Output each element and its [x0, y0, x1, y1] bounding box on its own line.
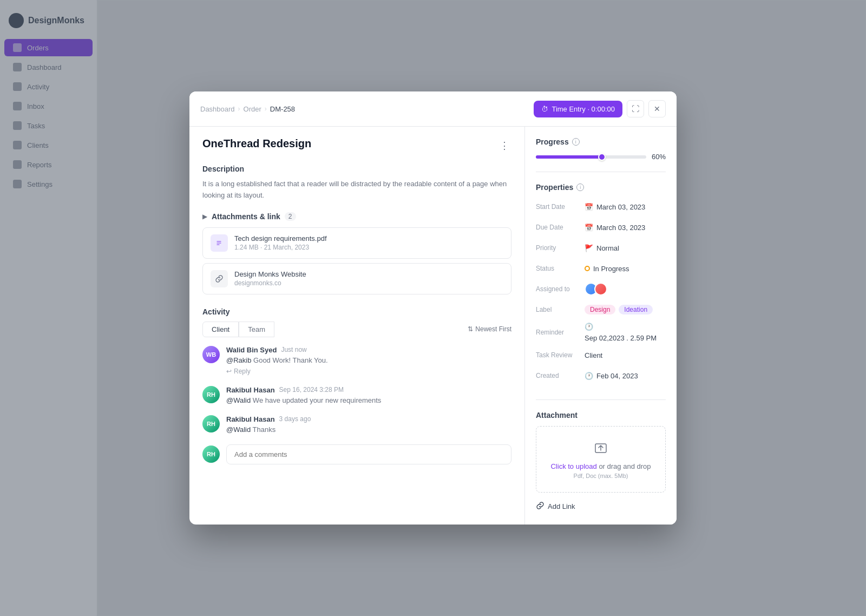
- add-link-button[interactable]: Add Link: [536, 499, 575, 514]
- assigned-to-label: Assigned to: [536, 285, 585, 293]
- avatar-rakibul-2: RH: [202, 415, 220, 432]
- progress-header: Progress i: [536, 137, 666, 146]
- reminder-text: Sep 02,2023 . 2.59 PM: [585, 334, 657, 342]
- task-review-text: Client: [585, 351, 602, 359]
- link-attachment-info: Design Monks Website designmonks.co: [234, 270, 306, 287]
- calendar-icon-start: 📅: [585, 203, 593, 211]
- time-entry-label: Time Entry · 0:00:00: [552, 105, 615, 113]
- property-assigned-to: Assigned to: [536, 281, 666, 297]
- description-label: Description: [202, 165, 511, 173]
- comment-author-3: Rakibul Hasan: [226, 415, 275, 423]
- progress-section: Progress i 60%: [536, 137, 666, 172]
- properties-section: Properties i Start Date 📅 March 03, 2023: [536, 183, 666, 400]
- attachments-count: 2: [285, 212, 296, 221]
- assigned-to-value[interactable]: [585, 283, 607, 296]
- avatar-stack: [585, 283, 607, 296]
- property-reminder: Reminder 🕐 Sep 02,2023 . 2.59 PM: [536, 323, 666, 342]
- comment-input[interactable]: [226, 444, 511, 464]
- left-panel: OneThread Redesign ⋮ Description It is a…: [189, 127, 525, 525]
- properties-title: Properties: [536, 183, 573, 192]
- comment-row-2: RH Rakibul Hasan Sep 16, 2024 3:28 PM @W…: [202, 386, 511, 404]
- more-options-button[interactable]: ⋮: [497, 137, 511, 154]
- add-comment-row: RH: [202, 444, 511, 464]
- sort-label: Newest First: [475, 325, 511, 333]
- properties-info-icon: i: [576, 184, 584, 191]
- file-attachment-info: Tech design requirements.pdf 1.24 MB · 2…: [234, 234, 327, 251]
- due-date-text: March 03, 2023: [596, 224, 645, 232]
- expand-button[interactable]: ⛶: [627, 100, 644, 117]
- status-value[interactable]: In Progress: [585, 265, 629, 273]
- created-text: Feb 04, 2023: [596, 372, 638, 380]
- progress-bar-track[interactable]: [536, 155, 646, 159]
- file-name: Tech design requirements.pdf: [234, 234, 327, 243]
- attachment-file-item[interactable]: Tech design requirements.pdf 1.24 MB · 2…: [202, 227, 511, 259]
- comment-time-2: Sep 16, 2024 3:28 PM: [279, 386, 344, 394]
- sort-icon: ⇅: [468, 325, 473, 333]
- reminder-value[interactable]: 🕐 Sep 02,2023 . 2.59 PM: [585, 323, 666, 342]
- start-date-text: March 03, 2023: [596, 203, 645, 211]
- tab-client[interactable]: Client: [202, 322, 239, 337]
- avatar-current-user: RH: [202, 445, 220, 463]
- progress-title: Progress: [536, 137, 569, 146]
- time-entry-button[interactable]: ⏱ Time Entry · 0:00:00: [534, 101, 622, 117]
- property-priority: Priority 🚩 Normal: [536, 240, 666, 255]
- sort-button[interactable]: ⇅ Newest First: [468, 325, 511, 333]
- description-text: It is a long established fact that a rea…: [202, 179, 511, 201]
- comment-author-1: Walid Bin Syed: [226, 346, 277, 354]
- due-date-label: Due Date: [536, 224, 585, 231]
- attachments-label: Attachments & link: [212, 212, 280, 221]
- comment-header-3: Rakibul Hasan 3 days ago: [226, 415, 311, 423]
- property-start-date: Start Date 📅 March 03, 2023: [536, 199, 666, 214]
- label-design[interactable]: Design: [585, 305, 615, 314]
- comment-time-1: Just now: [281, 346, 306, 353]
- due-date-value[interactable]: 📅 March 03, 2023: [585, 224, 645, 232]
- breadcrumb-dashboard[interactable]: Dashboard: [200, 105, 235, 113]
- upload-link[interactable]: Click to upload: [550, 462, 596, 470]
- mention-1: @Rakib: [226, 356, 251, 364]
- label-field-label: Label: [536, 306, 585, 313]
- label-value[interactable]: Design Ideation: [585, 305, 653, 314]
- status-text: In Progress: [593, 265, 629, 273]
- flag-icon: 🚩: [585, 244, 593, 252]
- task-review-value[interactable]: Client: [585, 351, 602, 359]
- created-label: Created: [536, 372, 585, 379]
- upload-text-rest: or drag and drop: [597, 462, 651, 470]
- priority-value[interactable]: 🚩 Normal: [585, 244, 619, 252]
- add-link-label: Add Link: [548, 502, 575, 510]
- upload-text: Click to upload or drag and drop: [545, 462, 657, 470]
- comment-author-2: Rakibul Hasan: [226, 386, 275, 394]
- attachments-chevron-icon: ▶: [202, 213, 207, 220]
- activity-section: Activity Client Team ⇅ Newest First WB: [202, 307, 511, 464]
- created-value: 🕐 Feb 04, 2023: [585, 372, 638, 380]
- link-icon: [211, 270, 228, 287]
- close-button[interactable]: ✕: [648, 100, 666, 117]
- comment-text-2: @Walid We have updated your new requirem…: [226, 396, 381, 404]
- breadcrumb-order[interactable]: Order: [244, 105, 261, 113]
- modal-overlay[interactable]: Dashboard › Order › DM-258 ⏱ Time Entry …: [0, 0, 866, 616]
- reply-label: Reply: [234, 368, 251, 375]
- modal-body: OneThread Redesign ⋮ Description It is a…: [189, 127, 677, 525]
- modal-header: Dashboard › Order › DM-258 ⏱ Time Entry …: [189, 91, 677, 127]
- activity-label: Activity: [202, 307, 511, 316]
- status-dot: [585, 266, 590, 271]
- comment-header-2: Rakibul Hasan Sep 16, 2024 3:28 PM: [226, 386, 381, 394]
- tab-team[interactable]: Team: [239, 322, 274, 337]
- chain-icon: [536, 501, 544, 512]
- close-icon: ✕: [654, 104, 660, 113]
- attachment-upload-section: Attachment Click to upload or drag and d…: [536, 411, 666, 514]
- priority-label: Priority: [536, 244, 585, 252]
- attachments-header[interactable]: ▶ Attachments & link 2: [202, 212, 511, 221]
- status-label: Status: [536, 265, 585, 272]
- upload-area[interactable]: Click to upload or drag and drop Pdf, Do…: [536, 426, 666, 493]
- clock-icon-created: 🕐: [585, 372, 593, 380]
- start-date-value[interactable]: 📅 March 03, 2023: [585, 203, 645, 211]
- right-panel: Progress i 60% Prop: [525, 127, 677, 525]
- reply-button-1[interactable]: ↩ Reply: [226, 368, 251, 375]
- priority-text: Normal: [596, 244, 619, 252]
- breadcrumb-current: DM-258: [270, 105, 295, 113]
- file-icon: [211, 234, 228, 252]
- progress-value: 60%: [652, 153, 666, 161]
- comment-content-3: Rakibul Hasan 3 days ago @Walid Thanks: [226, 415, 311, 434]
- attachment-link-item[interactable]: Design Monks Website designmonks.co: [202, 263, 511, 294]
- label-ideation[interactable]: Ideation: [619, 305, 653, 314]
